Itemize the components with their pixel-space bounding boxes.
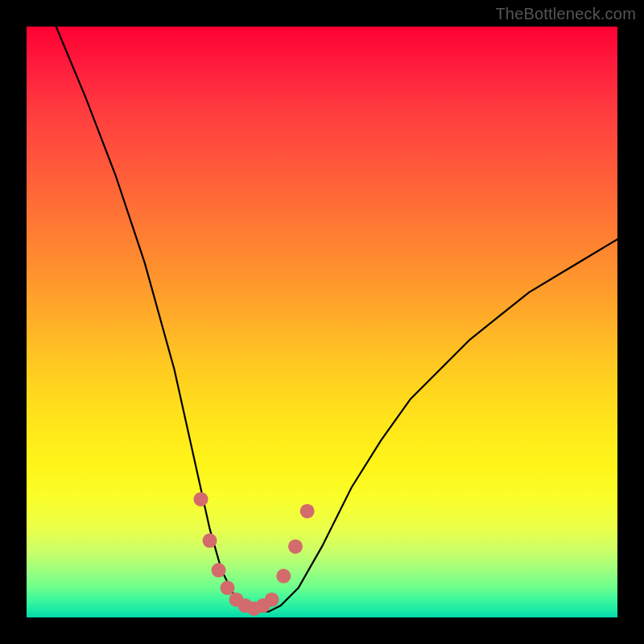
highlight-dot	[203, 534, 217, 548]
highlight-dot	[221, 580, 235, 595]
highlight-dots	[194, 492, 315, 616]
highlight-dot	[276, 569, 291, 584]
curve-layer	[27, 27, 617, 617]
highlight-dot	[194, 492, 208, 506]
bottleneck-curve	[56, 27, 617, 612]
highlight-dot	[265, 592, 279, 607]
chart-frame: TheBottleneck.com	[0, 0, 644, 644]
chart-plot-area	[27, 27, 617, 617]
highlight-dot	[212, 563, 226, 577]
highlight-dot	[288, 539, 303, 554]
watermark-text: TheBottleneck.com	[495, 5, 636, 23]
highlight-dot	[300, 504, 315, 518]
